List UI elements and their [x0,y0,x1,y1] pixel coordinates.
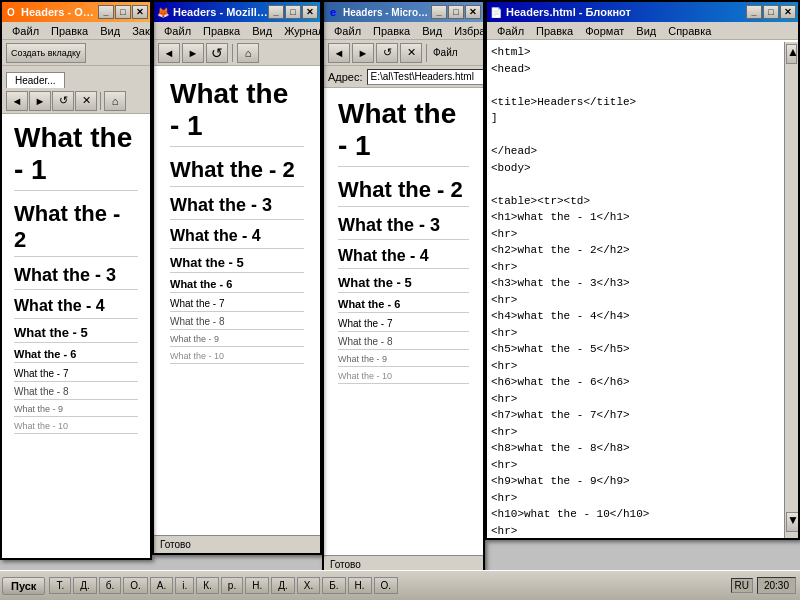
np-menu-format[interactable]: Формат [579,24,630,38]
opera-stop-btn[interactable]: ✕ [75,91,97,111]
clock: 20:30 [757,577,796,594]
firefox-minimize[interactable]: _ [268,5,284,19]
np-menu-file[interactable]: Файл [491,24,530,38]
ie-stop-btn[interactable]: ✕ [400,43,422,63]
np-menu-view[interactable]: Вид [630,24,662,38]
ie-address-input[interactable] [367,69,485,85]
opera-back-btn[interactable]: ◄ [6,91,28,111]
taskbar-item-1[interactable]: Д. [73,577,97,594]
firefox-window: 🦊 Headers - Mozilla Firefox _ □ ✕ Файл П… [152,0,322,555]
ff-back-btn[interactable]: ◄ [158,43,180,63]
taskbar-item-8[interactable]: Н. [245,577,269,594]
taskbar-item-11[interactable]: Б. [322,577,345,594]
ff-h4: What the - 4 [170,227,304,249]
firefox-titlebar[interactable]: 🦊 Headers - Mozilla Firefox _ □ ✕ [154,2,320,22]
np-menu-help[interactable]: Справка [662,24,717,38]
ff-menu-view[interactable]: Вид [246,24,278,38]
ff-h2: What the - 2 [170,157,304,187]
notepad-controls[interactable]: _ □ ✕ [746,5,796,19]
ie-menu-edit[interactable]: Правка [367,24,416,38]
opera-controls[interactable]: _ □ ✕ [98,5,148,19]
ie-reload-btn[interactable]: ↺ [376,43,398,63]
ie-close[interactable]: ✕ [465,5,481,19]
opera-reload-btn[interactable]: ↺ [52,91,74,111]
ie-minimize[interactable]: _ [431,5,447,19]
ie-toolbar: ◄ ► ↺ ✕ Файл [324,40,483,66]
scrollbar-down[interactable]: ▼ [786,512,800,532]
taskbar-item-7[interactable]: р. [221,577,243,594]
opera-tab[interactable]: Header... [6,72,65,88]
ie-h1: What the - 1 [338,98,469,167]
ff-h8: What the - 8 [170,316,304,330]
opera-menu-file[interactable]: Файл [6,24,45,38]
np-menu-edit[interactable]: Правка [530,24,579,38]
notepad-window: 📄 Headers.html - Блокнот _ □ ✕ Файл Прав… [485,0,800,540]
ie-menu-view[interactable]: Вид [416,24,448,38]
ff-menu-edit[interactable]: Правка [197,24,246,38]
opera-title: Headers - Opera [21,6,98,18]
ie-addressbar: Адрес: [324,66,483,88]
ie-menu-favorites[interactable]: Избранное [448,24,485,38]
taskbar-right: RU 20:30 [731,577,800,594]
notepad-maximize[interactable]: □ [763,5,779,19]
ie-sep [426,44,427,62]
opera-forward-btn[interactable]: ► [29,91,51,111]
ie-content[interactable]: What the - 1 What the - 2 What the - 3 W… [324,88,483,555]
opera-close[interactable]: ✕ [132,5,148,19]
taskbar-item-3[interactable]: О. [123,577,148,594]
firefox-controls[interactable]: _ □ ✕ [268,5,318,19]
start-button[interactable]: Пуск [2,577,45,595]
taskbar-item-13[interactable]: О. [374,577,399,594]
taskbar-items: Т. Д. б. О. А. i. К. р. Н. Д. Х. Б. Н. О… [49,577,730,594]
opera-h7: What the - 7 [14,368,138,382]
ff-home-btn[interactable]: ⌂ [237,43,259,63]
taskbar-item-0[interactable]: Т. [49,577,71,594]
notepad-title: Headers.html - Блокнот [506,6,746,18]
firefox-close[interactable]: ✕ [302,5,318,19]
notepad-text[interactable]: <html> <head> <title>Headers</title> ] <… [487,40,798,538]
ff-h7: What the - 7 [170,298,304,312]
notepad-close[interactable]: ✕ [780,5,796,19]
ff-forward-btn[interactable]: ► [182,43,204,63]
ie-forward-btn[interactable]: ► [352,43,374,63]
opera-menu-edit[interactable]: Правка [45,24,94,38]
ie-titlebar[interactable]: e Headers - Microsoft Internet Explorer … [324,2,483,22]
ie-menu-file[interactable]: Файл [328,24,367,38]
notepad-minimize[interactable]: _ [746,5,762,19]
ie-h4: What the - 4 [338,247,469,269]
opera-minimize[interactable]: _ [98,5,114,19]
opera-h9: What the - 9 [14,404,138,417]
opera-maximize[interactable]: □ [115,5,131,19]
ie-maximize[interactable]: □ [448,5,464,19]
firefox-content[interactable]: What the - 1 What the - 2 What the - 3 W… [154,66,320,535]
notepad-icon: 📄 [489,5,503,19]
ff-menu-history[interactable]: Журнал [278,24,322,38]
ff-reload-btn[interactable]: ↺ [206,43,228,63]
opera-menu-bookmarks[interactable]: Закладки [126,24,152,38]
taskbar-item-4[interactable]: А. [150,577,173,594]
firefox-maximize[interactable]: □ [285,5,301,19]
opera-menu-view[interactable]: Вид [94,24,126,38]
taskbar-item-5[interactable]: i. [175,577,194,594]
notepad-scrollbar[interactable]: ▲ ▼ [784,42,798,538]
ie-back-btn[interactable]: ◄ [328,43,350,63]
opera-home-btn[interactable]: ⌂ [104,91,126,111]
opera-icon: O [4,5,18,19]
taskbar-item-6[interactable]: К. [196,577,219,594]
opera-new-tab-btn[interactable]: Создать вкладку [6,43,86,63]
opera-content[interactable]: What the - 1 What the - 2 What the - 3 W… [2,114,150,558]
taskbar-item-2[interactable]: б. [99,577,122,594]
ff-h6: What the - 6 [170,278,304,293]
taskbar-item-9[interactable]: Д. [271,577,295,594]
ie-goto-label: Файл [431,47,460,58]
scrollbar-up[interactable]: ▲ [786,44,797,64]
ie-controls[interactable]: _ □ ✕ [431,5,481,19]
ie-address-label: Адрес: [328,71,363,83]
opera-titlebar[interactable]: O Headers - Opera _ □ ✕ [2,2,150,22]
ff-menu-file[interactable]: Файл [158,24,197,38]
notepad-titlebar[interactable]: 📄 Headers.html - Блокнот _ □ ✕ [487,2,798,22]
ff-status-text: Готово [160,539,191,550]
taskbar-item-10[interactable]: Х. [297,577,320,594]
taskbar-item-12[interactable]: Н. [348,577,372,594]
opera-h8: What the - 8 [14,386,138,400]
